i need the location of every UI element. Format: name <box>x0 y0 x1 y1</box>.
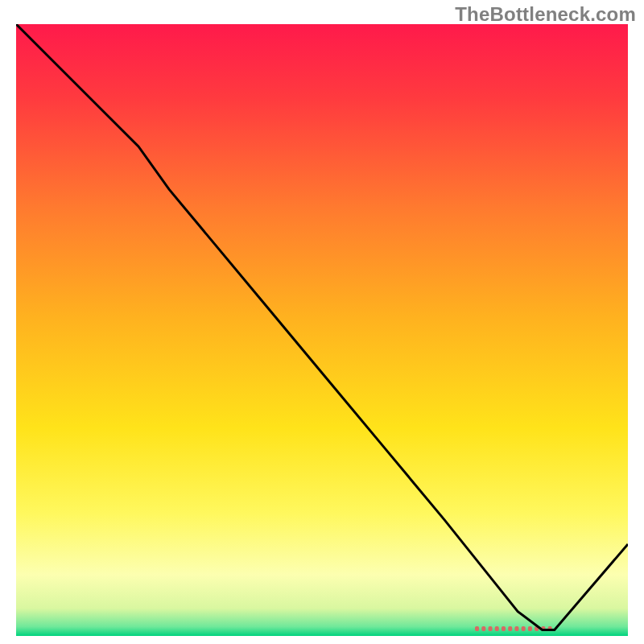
svg-rect-0 <box>475 626 479 631</box>
svg-rect-3 <box>495 626 499 631</box>
svg-rect-5 <box>508 626 512 631</box>
svg-rect-2 <box>488 626 492 631</box>
svg-rect-8 <box>528 626 532 631</box>
chart-svg <box>16 24 628 636</box>
svg-rect-7 <box>522 626 526 631</box>
svg-rect-6 <box>514 626 518 631</box>
svg-rect-4 <box>502 626 506 631</box>
svg-rect-1 <box>481 626 485 631</box>
chart-stage: TheBottleneck.com <box>0 0 644 644</box>
bottleneck-chart <box>16 24 628 636</box>
watermark-text: TheBottleneck.com <box>455 3 636 26</box>
